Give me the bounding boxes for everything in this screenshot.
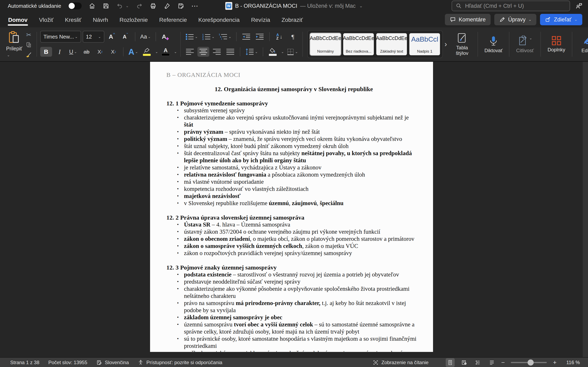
change-case-button[interactable]: Aa⌄ (139, 32, 152, 42)
superscript-button[interactable]: X2 (108, 47, 120, 57)
shrink-font-button[interactable]: Aˇ (120, 32, 131, 42)
cut-icon[interactable]: ✂ (24, 30, 33, 39)
undo-icon[interactable] (116, 2, 123, 9)
home-icon[interactable] (89, 2, 95, 9)
zoom-slider-thumb[interactable] (527, 359, 534, 366)
align-left-button[interactable] (184, 47, 196, 57)
sort-button[interactable]: AZ ↓ (273, 32, 285, 42)
tab-domov[interactable]: Domov (8, 13, 28, 27)
dictate-button[interactable]: Diktovať (481, 35, 506, 53)
tab-revízia[interactable]: Revízia (251, 13, 270, 27)
list-item-text: Ústava SR – 4. hlava – Územná samospráva (184, 221, 421, 228)
tab-rozloženie[interactable]: Rozloženie (119, 13, 148, 27)
styles-gallery-more-icon[interactable]: › (444, 40, 447, 49)
reading-view-button[interactable]: Zobrazenie na čítanie (373, 360, 429, 365)
align-right-button[interactable] (211, 47, 223, 57)
style-sample: AaBbCcDdEe (310, 35, 341, 41)
print-layout-view-button[interactable] (446, 358, 455, 367)
copy-icon[interactable] (24, 40, 33, 49)
tab-vložiť[interactable]: Vložiť (39, 13, 54, 27)
editing-label: Úpravy (508, 17, 526, 23)
vertical-scrollbar[interactable] (583, 62, 588, 357)
document-title[interactable]: W B - ORGANIZÁCIA MOCI — Uložené v: môj … (225, 0, 363, 12)
styles-pane-button[interactable]: Tabla štýlov (450, 33, 474, 56)
font-color-button[interactable]: A (160, 47, 172, 57)
bold-button[interactable]: B (40, 47, 52, 57)
bullets-button[interactable]: ⌄ (184, 32, 199, 42)
sensitivity-button[interactable]: ⌄ Citlivosť (513, 35, 537, 53)
multilevel-list-button[interactable]: 1ai ⌄ (217, 32, 233, 42)
zoom-in-button[interactable]: + (553, 359, 557, 366)
numbering-button[interactable]: 123 ⌄ (201, 32, 216, 42)
font-name-select[interactable]: Times New... ⌄ (40, 31, 81, 43)
share-button[interactable]: Zdieľať ⌄ (540, 14, 582, 25)
tab-korešpondencia[interactable]: Korešpondencia (198, 13, 240, 27)
doc-heading: 12. 3 Pojmové znaky územnej samosprávy (166, 264, 421, 271)
web-layout-view-button[interactable] (459, 358, 468, 367)
italic-button[interactable]: I (54, 47, 66, 57)
bullet-icon: • (177, 278, 184, 285)
share-icon (545, 17, 551, 23)
paste-button[interactable]: Prilepiť ⌄ (6, 31, 22, 58)
style-label: Základný text (380, 49, 403, 54)
addins-button[interactable]: Doplnky (544, 36, 569, 52)
accessibility-status[interactable]: Prístupnosť: pozrite si odporúčania (138, 360, 222, 365)
save-as-icon[interactable] (177, 2, 184, 9)
highlight-color-button[interactable] (141, 47, 153, 57)
justify-button[interactable] (224, 47, 236, 57)
redo-icon[interactable] (136, 2, 143, 9)
more-commands-icon[interactable]: ⋯ (191, 2, 199, 10)
title-chevron-icon[interactable]: ⌄ (359, 3, 363, 8)
tab-zobraziť[interactable]: Zobraziť (281, 13, 303, 27)
zoom-level[interactable]: 116 % (562, 360, 580, 365)
presence-icon[interactable] (575, 2, 583, 10)
draft-view-button[interactable] (487, 358, 496, 367)
styles-gallery: AaBbCcDdEeNormálnyAaBbCcDdEeBez riadkova… (307, 30, 443, 58)
strikethrough-button[interactable]: ab (81, 47, 93, 57)
undo-chevron-icon[interactable]: ⌄ (126, 4, 129, 8)
style-label: Bez riadkova... (346, 49, 371, 54)
proofing-status[interactable]: Slovenčina (96, 360, 129, 365)
list-item-text: územnú samosprávu tvorí obec a vyšší úze… (184, 321, 421, 335)
word-count-status[interactable]: Počet slov: 13955 (48, 360, 87, 365)
text-effects-button[interactable]: A⌄ (127, 47, 139, 57)
decrease-indent-button[interactable] (240, 32, 252, 42)
style-card-z-kladn-text[interactable]: AaBbCcDdEeZákladný text (376, 33, 407, 55)
style-card-nadpis-1[interactable]: AaBbCclNadpis 1 (409, 33, 440, 55)
comments-button[interactable]: Komentáre (445, 14, 491, 25)
save-icon[interactable] (103, 2, 109, 9)
style-card-bez-riadkova-[interactable]: AaBbCcDdEeBez riadkova... (343, 33, 374, 55)
shading-button[interactable] (267, 47, 279, 57)
format-painter-icon[interactable] (24, 50, 33, 59)
zoom-out-button[interactable]: − (501, 359, 505, 366)
editor-button[interactable]: Editor (576, 35, 588, 53)
editing-mode-button[interactable]: Úpravy ⌄ (494, 14, 536, 25)
style-card-norm-lny[interactable]: AaBbCcDdEeNormálny (310, 33, 341, 55)
search-input[interactable]: Hľadať (Cmd + Ctrl + U) (452, 1, 570, 11)
underline-button[interactable]: U⌄ (67, 47, 79, 57)
line-spacing-button[interactable]: ⌄ (244, 47, 259, 57)
show-paragraph-marks-button[interactable]: ¶ (287, 32, 299, 42)
pen-style-icon[interactable] (164, 2, 171, 9)
borders-button[interactable]: ⌄ (286, 47, 299, 57)
document-page[interactable]: B – ORGANIZÁCIA MOCI12. Organizácia územ… (150, 62, 433, 352)
decrease-indent-icon (242, 33, 251, 40)
zoom-slider[interactable] (511, 362, 547, 363)
increase-indent-button[interactable] (254, 32, 266, 42)
ribbon-tab-row: DomovVložiťKresliťNávrhRozloženieReferen… (0, 12, 588, 27)
font-size-value: 12 (86, 34, 92, 40)
print-icon[interactable] (150, 2, 156, 9)
align-center-button[interactable] (198, 47, 209, 57)
font-size-select[interactable]: 12 ⌄ (83, 31, 104, 43)
tab-kresliť[interactable]: Kresliť (65, 13, 82, 27)
grow-font-button[interactable]: A^ (106, 32, 118, 42)
autosave-toggle[interactable] (68, 2, 82, 9)
clear-formatting-button[interactable]: A◆ (160, 32, 172, 42)
list-item-text: štát decentralizoval časť správy štátu n… (184, 150, 421, 164)
tab-referencie[interactable]: Referencie (159, 13, 187, 27)
outline-view-button[interactable] (474, 358, 483, 367)
tab-návrh[interactable]: Návrh (93, 13, 109, 27)
doc-title-text: B - ORGANIZÁCIA MOCI (235, 3, 297, 9)
page-number-status[interactable]: Strana 1 z 38 (10, 360, 39, 365)
subscript-button[interactable]: X2 (94, 47, 106, 57)
